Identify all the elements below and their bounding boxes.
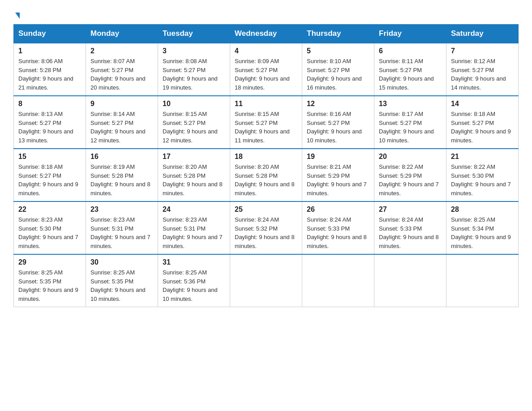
day-info: Sunrise: 8:23 AMSunset: 5:31 PMDaylight:… (90, 215, 153, 250)
calendar-week-row: 15 Sunrise: 8:18 AMSunset: 5:27 PMDaylig… (14, 149, 519, 201)
day-number: 12 (307, 100, 369, 108)
day-number: 31 (163, 258, 225, 266)
calendar-week-row: 8 Sunrise: 8:13 AMSunset: 5:27 PMDayligh… (14, 96, 519, 149)
day-number: 6 (379, 47, 442, 55)
day-number: 30 (90, 258, 153, 266)
calendar-day-cell: 7 Sunrise: 8:12 AMSunset: 5:27 PMDayligh… (446, 43, 519, 96)
calendar-day-cell: 17 Sunrise: 8:20 AMSunset: 5:28 PMDaylig… (158, 149, 230, 201)
calendar-day-cell: 21 Sunrise: 8:22 AMSunset: 5:30 PMDaylig… (446, 149, 519, 201)
day-info: Sunrise: 8:19 AMSunset: 5:28 PMDaylight:… (90, 163, 153, 197)
day-number: 14 (451, 100, 514, 108)
day-number: 11 (235, 100, 297, 108)
calendar-day-cell: 12 Sunrise: 8:16 AMSunset: 5:27 PMDaylig… (302, 96, 374, 149)
day-number: 24 (163, 206, 225, 214)
calendar-day-cell: 27 Sunrise: 8:24 AMSunset: 5:33 PMDaylig… (374, 201, 446, 254)
day-info: Sunrise: 8:13 AMSunset: 5:27 PMDaylight:… (18, 110, 81, 145)
calendar-day-cell (302, 254, 374, 307)
day-info: Sunrise: 8:20 AMSunset: 5:28 PMDaylight:… (163, 163, 225, 197)
calendar-day-cell: 13 Sunrise: 8:17 AMSunset: 5:27 PMDaylig… (374, 96, 446, 149)
day-number: 23 (90, 206, 153, 214)
day-of-week-header: Tuesday (158, 25, 230, 43)
logo-arrow-icon (15, 13, 20, 19)
calendar-day-cell (230, 254, 302, 307)
calendar-day-cell: 25 Sunrise: 8:24 AMSunset: 5:32 PMDaylig… (230, 201, 302, 254)
day-number: 29 (18, 258, 81, 266)
day-number: 8 (18, 100, 81, 108)
day-info: Sunrise: 8:07 AMSunset: 5:27 PMDaylight:… (90, 57, 153, 92)
day-info: Sunrise: 8:18 AMSunset: 5:27 PMDaylight:… (451, 110, 514, 145)
calendar-day-cell: 15 Sunrise: 8:18 AMSunset: 5:27 PMDaylig… (14, 149, 86, 201)
day-info: Sunrise: 8:08 AMSunset: 5:27 PMDaylight:… (163, 57, 225, 92)
calendar-day-cell: 28 Sunrise: 8:25 AMSunset: 5:34 PMDaylig… (446, 201, 519, 254)
calendar-day-cell: 5 Sunrise: 8:10 AMSunset: 5:27 PMDayligh… (302, 43, 374, 96)
day-number: 9 (90, 100, 153, 108)
day-of-week-header: Monday (86, 25, 158, 43)
day-number: 15 (18, 153, 81, 161)
day-info: Sunrise: 8:25 AMSunset: 5:34 PMDaylight:… (451, 215, 514, 250)
calendar-day-cell: 23 Sunrise: 8:23 AMSunset: 5:31 PMDaylig… (86, 201, 158, 254)
day-number: 13 (379, 100, 442, 108)
calendar-day-cell: 9 Sunrise: 8:14 AMSunset: 5:27 PMDayligh… (86, 96, 158, 149)
calendar-week-row: 29 Sunrise: 8:25 AMSunset: 5:35 PMDaylig… (14, 254, 519, 307)
calendar-table: SundayMondayTuesdayWednesdayThursdayFrid… (13, 24, 519, 307)
day-info: Sunrise: 8:16 AMSunset: 5:27 PMDaylight:… (307, 110, 369, 145)
calendar-day-cell: 6 Sunrise: 8:11 AMSunset: 5:27 PMDayligh… (374, 43, 446, 96)
day-info: Sunrise: 8:14 AMSunset: 5:27 PMDaylight:… (90, 110, 153, 145)
calendar-day-cell: 16 Sunrise: 8:19 AMSunset: 5:28 PMDaylig… (86, 149, 158, 201)
day-info: Sunrise: 8:06 AMSunset: 5:28 PMDaylight:… (18, 57, 81, 92)
day-number: 16 (90, 153, 153, 161)
calendar-day-cell: 22 Sunrise: 8:23 AMSunset: 5:30 PMDaylig… (14, 201, 86, 254)
calendar-day-cell: 4 Sunrise: 8:09 AMSunset: 5:27 PMDayligh… (230, 43, 302, 96)
day-of-week-header: Sunday (14, 25, 86, 43)
calendar-day-cell: 14 Sunrise: 8:18 AMSunset: 5:27 PMDaylig… (446, 96, 519, 149)
day-of-week-header: Friday (374, 25, 446, 43)
day-info: Sunrise: 8:11 AMSunset: 5:27 PMDaylight:… (379, 57, 442, 92)
day-info: Sunrise: 8:20 AMSunset: 5:28 PMDaylight:… (235, 163, 297, 197)
day-number: 2 (90, 47, 153, 55)
day-info: Sunrise: 8:18 AMSunset: 5:27 PMDaylight:… (18, 163, 81, 197)
calendar-day-cell (446, 254, 519, 307)
day-info: Sunrise: 8:24 AMSunset: 5:33 PMDaylight:… (307, 215, 369, 250)
calendar-day-cell: 18 Sunrise: 8:20 AMSunset: 5:28 PMDaylig… (230, 149, 302, 201)
day-number: 22 (18, 206, 81, 214)
calendar-week-row: 1 Sunrise: 8:06 AMSunset: 5:28 PMDayligh… (14, 43, 519, 96)
day-info: Sunrise: 8:09 AMSunset: 5:27 PMDaylight:… (235, 57, 297, 92)
days-header-row: SundayMondayTuesdayWednesdayThursdayFrid… (14, 25, 519, 43)
day-of-week-header: Wednesday (230, 25, 302, 43)
calendar-day-cell: 1 Sunrise: 8:06 AMSunset: 5:28 PMDayligh… (14, 43, 86, 96)
calendar-day-cell: 20 Sunrise: 8:22 AMSunset: 5:29 PMDaylig… (374, 149, 446, 201)
day-number: 21 (451, 153, 514, 161)
day-number: 20 (379, 153, 442, 161)
day-info: Sunrise: 8:25 AMSunset: 5:35 PMDaylight:… (90, 268, 153, 303)
day-number: 3 (163, 47, 225, 55)
calendar-day-cell: 31 Sunrise: 8:25 AMSunset: 5:36 PMDaylig… (158, 254, 230, 307)
day-number: 4 (235, 47, 297, 55)
calendar-day-cell: 24 Sunrise: 8:23 AMSunset: 5:31 PMDaylig… (158, 201, 230, 254)
day-number: 18 (235, 153, 297, 161)
calendar-day-cell: 19 Sunrise: 8:21 AMSunset: 5:29 PMDaylig… (302, 149, 374, 201)
day-info: Sunrise: 8:17 AMSunset: 5:27 PMDaylight:… (379, 110, 442, 145)
calendar-day-cell: 26 Sunrise: 8:24 AMSunset: 5:33 PMDaylig… (302, 201, 374, 254)
calendar-day-cell: 29 Sunrise: 8:25 AMSunset: 5:35 PMDaylig… (14, 254, 86, 307)
day-info: Sunrise: 8:24 AMSunset: 5:32 PMDaylight:… (235, 215, 297, 250)
day-of-week-header: Thursday (302, 25, 374, 43)
day-number: 26 (307, 206, 369, 214)
day-number: 5 (307, 47, 369, 55)
day-info: Sunrise: 8:23 AMSunset: 5:31 PMDaylight:… (163, 215, 225, 250)
day-number: 1 (18, 47, 81, 55)
calendar-day-cell: 10 Sunrise: 8:15 AMSunset: 5:27 PMDaylig… (158, 96, 230, 149)
calendar-day-cell: 11 Sunrise: 8:15 AMSunset: 5:27 PMDaylig… (230, 96, 302, 149)
calendar-day-cell: 2 Sunrise: 8:07 AMSunset: 5:27 PMDayligh… (86, 43, 158, 96)
day-info: Sunrise: 8:22 AMSunset: 5:29 PMDaylight:… (379, 163, 442, 197)
day-info: Sunrise: 8:15 AMSunset: 5:27 PMDaylight:… (235, 110, 297, 145)
day-info: Sunrise: 8:15 AMSunset: 5:27 PMDaylight:… (163, 110, 225, 145)
day-number: 10 (163, 100, 225, 108)
day-number: 19 (307, 153, 369, 161)
calendar-day-cell: 3 Sunrise: 8:08 AMSunset: 5:27 PMDayligh… (158, 43, 230, 96)
day-info: Sunrise: 8:22 AMSunset: 5:30 PMDaylight:… (451, 163, 514, 197)
day-number: 27 (379, 206, 442, 214)
day-info: Sunrise: 8:24 AMSunset: 5:33 PMDaylight:… (379, 215, 442, 250)
day-info: Sunrise: 8:23 AMSunset: 5:30 PMDaylight:… (18, 215, 81, 250)
day-info: Sunrise: 8:25 AMSunset: 5:35 PMDaylight:… (18, 268, 81, 303)
day-of-week-header: Saturday (446, 25, 519, 43)
